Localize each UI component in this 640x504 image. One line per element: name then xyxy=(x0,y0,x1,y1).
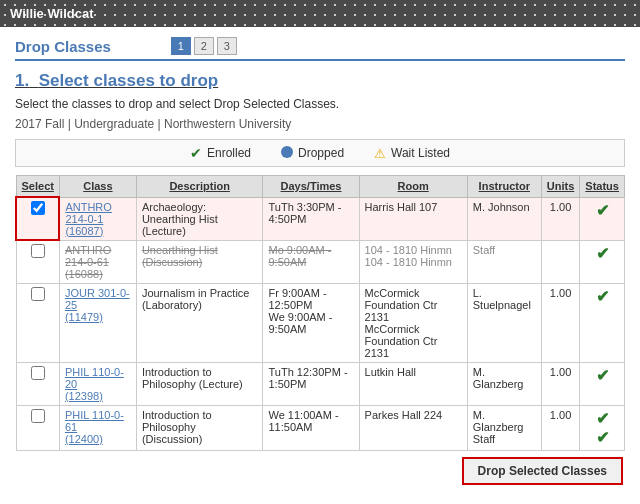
legend-dropped: Dropped xyxy=(281,146,344,161)
row4-class-link[interactable]: PHIL 110-0-20(12398) xyxy=(65,366,124,402)
row4-checkbox[interactable] xyxy=(31,366,45,380)
row2-status-icon: ✔ xyxy=(596,245,609,262)
drop-classes-title: Drop Classes xyxy=(15,38,111,55)
row1-checkbox[interactable] xyxy=(31,201,45,215)
row5-status-icon1: ✔ xyxy=(596,410,609,427)
row4-select-cell xyxy=(16,362,59,405)
col-units: Units xyxy=(541,176,580,198)
instruction-text: Select the classes to drop and select Dr… xyxy=(15,97,625,111)
waitlisted-icon: ⚠ xyxy=(374,146,386,161)
col-select: Select xyxy=(16,176,59,198)
row5-days-times: We 11:00AM - 11:50AM xyxy=(263,405,359,450)
row3-status-icon: ✔ xyxy=(596,288,609,305)
row3-days-times: Fr 9:00AM - 12:50PMWe 9:00AM - 9:50AM xyxy=(263,283,359,362)
row5-class-link[interactable]: PHIL 110-0-61(12400) xyxy=(65,409,124,445)
row3-room: McCormick Foundation Ctr 2131McCormick F… xyxy=(359,283,467,362)
row1-days-times: TuTh 3:30PM - 4:50PM xyxy=(263,197,359,240)
row3-instructor: L. Stuelpnagel xyxy=(467,283,541,362)
legend-enrolled: ✔ Enrolled xyxy=(190,145,251,161)
row2-room-text: 104 - 1810 Hinmn104 - 1810 Hinmn xyxy=(365,244,452,268)
col-room: Room xyxy=(359,176,467,198)
header: Willie Wildcat xyxy=(0,0,640,27)
row4-status: ✔ xyxy=(580,362,625,405)
page-heading: 1. Select classes to drop xyxy=(15,71,625,91)
heading-number: 1. xyxy=(15,71,29,90)
step-3: 3 xyxy=(217,37,237,55)
row3-class: JOUR 301-0-25(11479) xyxy=(59,283,136,362)
col-status: Status xyxy=(580,176,625,198)
row3-select-cell xyxy=(16,283,59,362)
row1-class: ANTHRO 214-0-1(16087) xyxy=(59,197,136,240)
drop-classes-row: Drop Classes 1 2 3 xyxy=(15,37,625,61)
waitlisted-label: Wait Listed xyxy=(391,146,450,160)
row2-select-cell xyxy=(16,240,59,283)
row5-select-cell xyxy=(16,405,59,450)
table-row: ANTHRO 214-0-61(16088) Unearthing Hist (… xyxy=(16,240,625,283)
col-class: Class xyxy=(59,176,136,198)
legend-waitlisted: ⚠ Wait Listed xyxy=(374,146,450,161)
row1-select-cell xyxy=(16,197,59,240)
table-row: PHIL 110-0-61(12400) Introduction to Phi… xyxy=(16,405,625,450)
row4-description: Introduction to Philosophy (Lecture) xyxy=(136,362,263,405)
row1-room: Harris Hall 107 xyxy=(359,197,467,240)
row1-status-icon: ✔ xyxy=(596,202,609,219)
row5-description: Introduction to Philosophy (Discussion) xyxy=(136,405,263,450)
row2-description: Unearthing Hist (Discussion) xyxy=(136,240,263,283)
row2-class: ANTHRO 214-0-61(16088) xyxy=(59,240,136,283)
row1-units: 1.00 xyxy=(541,197,580,240)
row2-days-times: Mo 9:00AM - 9:50AM xyxy=(263,240,359,283)
row2-units xyxy=(541,240,580,283)
row2-status: ✔ xyxy=(580,240,625,283)
col-days-times: Days/Times xyxy=(263,176,359,198)
row5-status-icon2: ✔ xyxy=(596,429,609,446)
row3-units: 1.00 xyxy=(541,283,580,362)
enrolled-icon: ✔ xyxy=(190,145,202,161)
row2-instructor: Staff xyxy=(467,240,541,283)
row3-checkbox[interactable] xyxy=(31,287,45,301)
table-row: JOUR 301-0-25(11479) Journalism in Pract… xyxy=(16,283,625,362)
row2-instructor-text: Staff xyxy=(473,244,495,256)
classes-table: Select Class Description Days/Times Room… xyxy=(15,175,625,451)
col-instructor: Instructor xyxy=(467,176,541,198)
row5-units: 1.00 xyxy=(541,405,580,450)
row1-status: ✔ xyxy=(580,197,625,240)
step-2: 2 xyxy=(194,37,214,55)
row2-class-link[interactable]: ANTHRO 214-0-61(16088) xyxy=(65,244,111,280)
row4-class: PHIL 110-0-20(12398) xyxy=(59,362,136,405)
legend: ✔ Enrolled Dropped ⚠ Wait Listed xyxy=(15,139,625,167)
table-header-row: Select Class Description Days/Times Room… xyxy=(16,176,625,198)
row4-units: 1.00 xyxy=(541,362,580,405)
stepper: 1 2 3 xyxy=(171,37,237,55)
row1-instructor: M. Johnson xyxy=(467,197,541,240)
col-description: Description xyxy=(136,176,263,198)
row2-days-text: Mo 9:00AM - 9:50AM xyxy=(268,244,331,268)
row5-checkbox[interactable] xyxy=(31,409,45,423)
row4-days-times: TuTh 12:30PM - 1:50PM xyxy=(263,362,359,405)
dropped-icon xyxy=(281,146,293,161)
row5-status: ✔ ✔ xyxy=(580,405,625,450)
drop-selected-button[interactable]: Drop Selected Classes xyxy=(462,457,623,485)
row5-instructor: M. GlanzbergStaff xyxy=(467,405,541,450)
dropped-label: Dropped xyxy=(298,146,344,160)
row3-class-link[interactable]: JOUR 301-0-25(11479) xyxy=(65,287,130,323)
row4-instructor: M. Glanzberg xyxy=(467,362,541,405)
enrolled-label: Enrolled xyxy=(207,146,251,160)
row1-class-link[interactable]: ANTHRO 214-0-1(16087) xyxy=(65,201,111,237)
row1-description: Archaeology: Unearthing Hist (Lecture) xyxy=(136,197,263,240)
row3-status: ✔ xyxy=(580,283,625,362)
drop-btn-row: Drop Selected Classes xyxy=(15,457,625,485)
row2-checkbox[interactable] xyxy=(31,244,45,258)
row2-room: 104 - 1810 Hinmn104 - 1810 Hinmn xyxy=(359,240,467,283)
row3-description: Journalism in Practice (Laboratory) xyxy=(136,283,263,362)
row5-class: PHIL 110-0-61(12400) xyxy=(59,405,136,450)
term-info: 2017 Fall | Undergraduate | Northwestern… xyxy=(15,117,625,131)
step-1: 1 xyxy=(171,37,191,55)
row5-room: Parkes Hall 224 xyxy=(359,405,467,450)
row2-desc-text: Unearthing Hist (Discussion) xyxy=(142,244,218,268)
row4-room: Lutkin Hall xyxy=(359,362,467,405)
table-row: ANTHRO 214-0-1(16087) Archaeology: Unear… xyxy=(16,197,625,240)
header-title: Willie Wildcat xyxy=(10,6,94,21)
main-content: Drop Classes 1 2 3 1. Select classes to … xyxy=(0,27,640,495)
heading-text: Select classes to drop xyxy=(39,71,219,90)
row4-status-icon: ✔ xyxy=(596,367,609,384)
